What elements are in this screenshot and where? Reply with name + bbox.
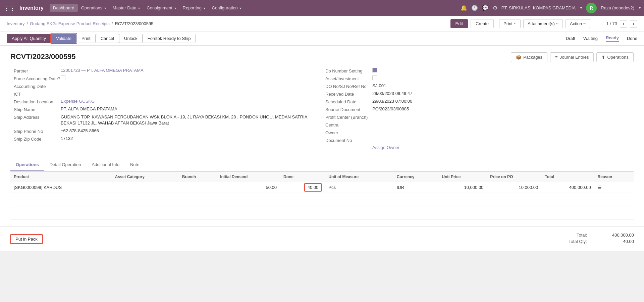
create-button[interactable]: Create [471,19,494,28]
form-right: Do Number Setting Asset/Investment DO No… [322,68,634,152]
ship-address-row: Ship Address GUDANG TOP, KAWASAN PERGUDA… [14,114,319,126]
apply-all-quantity-button[interactable]: Apply All Quantity [7,34,51,43]
detail-buttons: 📦 Packages ≡ Journal Entries ⬆ Operation… [511,52,634,62]
status-done[interactable]: Done [627,36,637,41]
total-qty-row: Total Qty: 40.00 [569,239,634,244]
action-button[interactable]: Action ~ [566,19,590,28]
scheduled-date-value: 29/03/2023 07:00:00 [372,99,630,104]
tab-detail-operation[interactable]: Detail Operation [44,159,87,171]
source-document-row: Source Document PO/2023/03/00885 [325,106,630,112]
navbar-right: 🔔 🕐 💬 ⚙ PT. SIRKULASI KOMPAS GRAMEDIA ▾ … [461,3,641,13]
form-card: RCVT/2023/000595 📦 Packages ≡ Journal En… [0,45,644,227]
tab-additional-info[interactable]: Additional Info [87,159,125,171]
partner-value[interactable]: 12001723 — PT. ALFA OMEGA PRATAMA [61,68,144,73]
print-action-button[interactable]: Print [76,34,96,43]
main-content: RCVT/2023/000595 📦 Packages ≡ Journal En… [0,45,644,280]
print-button[interactable]: Print ~ [499,19,521,28]
owner-label: Owner [325,130,372,135]
nav-consignment[interactable]: Consignment ▾ [143,4,179,12]
breadcrumb-inventory[interactable]: Inventory [7,21,24,26]
journal-icon: ≡ [555,55,558,60]
record-title: RCVT/2023/000595 [10,52,75,61]
do-number-checkbox[interactable] [372,68,377,72]
received-date-value: 29/03/2023 09:49:47 [372,91,630,96]
chat-icon[interactable]: 💬 [482,5,489,11]
top-navbar: ⋮⋮ Inventory Dashboard Operations ▾ Mast… [0,0,644,16]
partner-row: Partner 12001723 — PT. ALFA OMEGA PRATAM… [14,68,319,73]
nav-reporting[interactable]: Reporting ▾ [179,4,209,12]
ship-phone-value: +62 878-8425-8666 [61,128,319,133]
ship-name-value: PT. ALFA OMEGA PRATAMA [61,106,319,111]
totals: Total: 400,000.00 Total Qty: 40.00 [569,233,634,245]
total-qty-label: Total Qty: [569,239,587,244]
cell-done[interactable]: 40.00 [280,182,325,193]
col-uom: Unit of Measure [325,172,393,182]
clock-icon[interactable]: 🕐 [471,5,478,11]
validate-button[interactable]: Validate [51,34,76,43]
put-in-pack-button[interactable]: Put in Pack [10,234,43,244]
total-qty-value: 40.00 [600,239,634,244]
edit-button[interactable]: Edit [450,19,468,28]
reason-icon[interactable]: ☰ [598,185,602,190]
operations-detail-button[interactable]: ⬆ Operations [596,52,634,62]
total-label: Total: [577,233,587,238]
profit-center-row: Profit Center (Branch) [325,114,630,120]
nav-master-data[interactable]: Master Data ▾ [109,4,143,12]
destination-location-value[interactable]: Expense GCSKG [61,99,95,104]
cell-total: 400,000.00 [541,182,594,193]
cell-uom: Pcs [325,182,393,193]
cell-unit-price: 10,000.00 [438,182,487,193]
ship-zip-value: 17132 [61,136,319,141]
pagination-text: 1 / 73 [606,21,617,26]
asset-investment-row: Asset/Investment [325,76,630,81]
tab-note[interactable]: Note [125,159,145,171]
col-branch: Branch [179,172,217,182]
unlock-button[interactable]: Unlock [119,34,143,43]
company-arrow: ▾ [580,6,582,10]
col-unit-price: Unit Price [438,172,487,182]
updates-icon[interactable]: 🔔 [461,5,467,11]
do-number-label: Do Number Setting [325,68,372,73]
col-initial-demand: Initial Demand [217,172,280,182]
breadcrumb-receipts[interactable]: Gudang SKG: Expense Product Receipts [30,21,110,26]
navbar-left: ⋮⋮ Inventory Dashboard Operations ▾ Mast… [3,4,245,12]
forstok-button[interactable]: Forstok Ready to Ship [143,34,196,43]
cancel-button[interactable]: Cancel [96,34,119,43]
nav-dashboard[interactable]: Dashboard [50,4,78,12]
col-reason: Reason [594,172,634,182]
col-asset-category: Asset Category [112,172,179,182]
settings-icon[interactable]: ⚙ [493,5,497,11]
status-draft[interactable]: Draft [566,36,575,41]
col-done: Done [280,172,325,182]
packages-button[interactable]: 📦 Packages [511,52,547,62]
partner-label: Partner [14,68,61,73]
scheduled-date-row: Scheduled Date 29/03/2023 07:00:00 [325,99,630,104]
ship-zip-row: Ship Zip Code 17132 [14,136,319,142]
cell-initial-demand: 50.00 [217,182,280,193]
journal-entries-button[interactable]: ≡ Journal Entries [550,52,594,62]
cell-currency: IDR [393,182,439,193]
do-number-row: Do Number Setting [325,68,630,73]
nav-configuration[interactable]: Configuration ▾ [209,4,245,12]
accounting-date-label: Accounting Date [14,83,61,89]
user-name[interactable]: Reza (odoodev2) [601,5,634,10]
total-row: Total: 400,000.00 [569,233,634,238]
company-name[interactable]: PT. SIRKULASI KOMPAS GRAMEDIA [501,5,576,10]
attachments-button[interactable]: Attachment(s) ~ [523,19,563,28]
grid-icon[interactable]: ⋮⋮ [3,4,15,12]
form-header: RCVT/2023/000595 📦 Packages ≡ Journal En… [10,52,634,68]
next-page-button[interactable]: › [630,20,637,28]
prev-page-button[interactable]: ‹ [620,20,627,28]
tab-operations[interactable]: Operations [10,159,44,171]
col-product: Product [10,172,112,182]
central-label: Central [325,122,372,128]
status-waiting[interactable]: Waiting [583,36,598,41]
table-empty-row-2 [10,206,634,220]
user-avatar[interactable]: R [586,3,597,13]
force-accounting-checkbox[interactable] [61,76,65,80]
breadcrumb: Inventory / Gudang SKG: Expense Product … [0,16,644,32]
asset-investment-checkbox[interactable] [372,76,377,80]
status-ready[interactable]: Ready [606,35,619,42]
nav-operations[interactable]: Operations ▾ [78,4,109,12]
assign-owner-link[interactable]: Assign Owner [372,145,399,150]
